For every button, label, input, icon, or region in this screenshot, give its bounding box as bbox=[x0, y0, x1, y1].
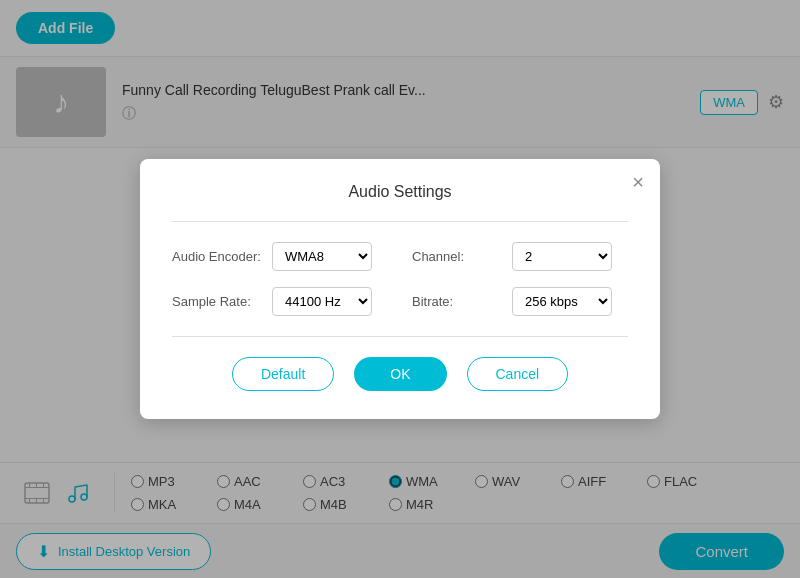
bitrate-row: Bitrate: 64 kbps 128 kbps 192 kbps 256 k… bbox=[412, 287, 628, 316]
form-grid: Audio Encoder: WMA8 WMA MP3 AAC Channel:… bbox=[172, 242, 628, 316]
cancel-button[interactable]: Cancel bbox=[467, 357, 569, 391]
channel-select[interactable]: 1 2 3 4 bbox=[512, 242, 612, 271]
modal-buttons: Default OK Cancel bbox=[172, 357, 628, 391]
sample-rate-select[interactable]: 8000 Hz 11025 Hz 22050 Hz 44100 Hz 48000… bbox=[272, 287, 372, 316]
audio-encoder-select[interactable]: WMA8 WMA MP3 AAC bbox=[272, 242, 372, 271]
channel-row: Channel: 1 2 3 4 bbox=[412, 242, 628, 271]
sample-rate-label: Sample Rate: bbox=[172, 294, 262, 309]
sample-rate-row: Sample Rate: 8000 Hz 11025 Hz 22050 Hz 4… bbox=[172, 287, 388, 316]
audio-encoder-label: Audio Encoder: bbox=[172, 249, 262, 264]
bitrate-label: Bitrate: bbox=[412, 294, 502, 309]
default-button[interactable]: Default bbox=[232, 357, 334, 391]
channel-label: Channel: bbox=[412, 249, 502, 264]
bitrate-select[interactable]: 64 kbps 128 kbps 192 kbps 256 kbps 320 k… bbox=[512, 287, 612, 316]
modal-divider-bottom bbox=[172, 336, 628, 337]
ok-button[interactable]: OK bbox=[354, 357, 446, 391]
modal-close-button[interactable]: × bbox=[632, 171, 644, 194]
audio-settings-modal: × Audio Settings Audio Encoder: WMA8 WMA… bbox=[140, 159, 660, 419]
modal-overlay: × Audio Settings Audio Encoder: WMA8 WMA… bbox=[0, 0, 800, 578]
audio-encoder-row: Audio Encoder: WMA8 WMA MP3 AAC bbox=[172, 242, 388, 271]
modal-title: Audio Settings bbox=[172, 183, 628, 201]
modal-divider-top bbox=[172, 221, 628, 222]
